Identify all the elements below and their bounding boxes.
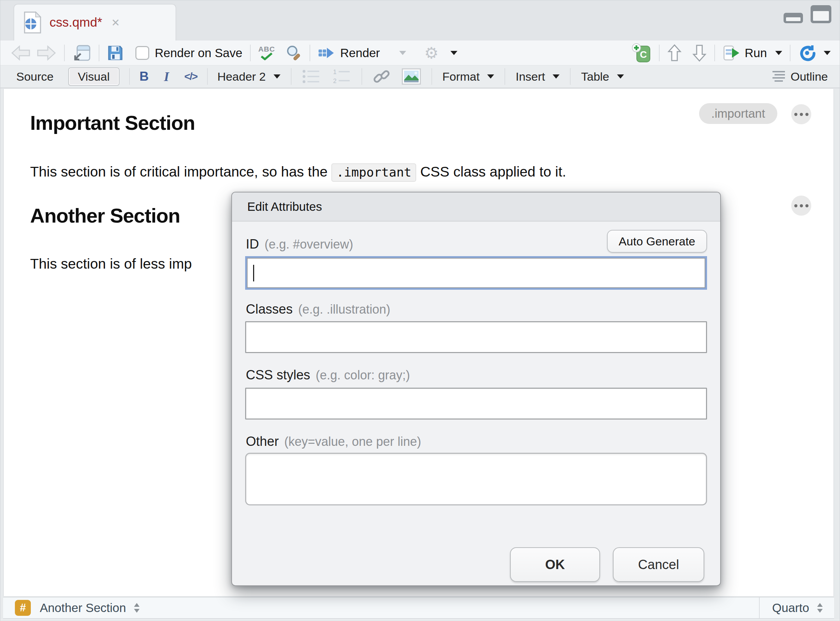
classes-field-label: Classes (e.g. .illustration) [246,302,390,317]
separator [309,45,310,61]
paragraph-another: This section is of less imp [30,254,192,273]
spellcheck-icon[interactable]: ABC [258,45,275,60]
italic-button[interactable]: I [164,69,169,84]
separator [431,68,432,85]
id-field-label: ID (e.g. #overview) [246,237,353,251]
doc-type-updown-icon [816,602,824,614]
css-styles-input[interactable] [245,388,707,420]
maximize-icon[interactable] [811,5,831,23]
cancel-button[interactable]: Cancel [613,547,704,582]
header-style-dropdown[interactable]: Header 2 [217,70,281,83]
table-dropdown-icon [617,74,624,79]
gear-icon[interactable]: ⚙ [424,45,438,61]
ok-button[interactable]: OK [510,547,600,582]
separator [790,45,790,61]
link-icon[interactable] [373,68,391,85]
run-dropdown-icon[interactable] [775,51,782,55]
format-menu[interactable]: Format [443,70,494,83]
classes-input[interactable] [245,321,707,353]
numbered-list-icon[interactable]: 1 2 [332,68,351,85]
image-icon[interactable] [402,68,421,85]
heading-hash-icon: # [15,600,31,616]
insert-menu[interactable]: Insert [516,70,559,83]
run-icon [723,45,741,61]
header-dropdown-icon [273,74,281,79]
visual-mode-button[interactable]: Visual [68,68,120,86]
render-icon [318,46,335,60]
auto-generate-button[interactable]: Auto Generate [607,230,707,253]
forward-icon[interactable] [36,45,56,61]
separator [570,68,571,85]
other-field-label: Other (key=value, one per line) [246,434,421,449]
checkbox-box[interactable] [135,46,149,60]
outline-location-updown-icon[interactable] [133,602,141,614]
tab-close-icon[interactable]: ✕ [111,17,120,29]
outline-icon [772,70,785,83]
bullet-list-icon[interactable] [302,68,321,85]
css-styles-field-label: CSS styles (e.g. color: gray;) [246,368,410,383]
table-menu-label: Table [581,70,609,83]
separator [99,45,99,61]
bold-button[interactable]: B [139,69,149,84]
rstudio-window: css.qmd* ✕ [0,0,840,621]
section-heading-another: Another Section [30,204,180,227]
separator [250,45,251,61]
separator [714,45,715,61]
svg-text:2: 2 [333,77,337,85]
search-icon[interactable] [285,44,302,62]
separator [361,68,362,85]
id-input-wrapper [245,256,707,290]
go-to-previous-section-icon[interactable] [667,44,682,62]
quarto-file-icon [23,11,42,33]
insert-menu-label: Insert [516,70,545,83]
edit-attributes-dialog: Edit Attributes ID (e.g. #overview) Auto… [231,192,721,586]
section-options-icon[interactable] [791,104,811,124]
run-label: Run [745,46,767,60]
separator [291,68,291,85]
separator [505,68,505,85]
dialog-header[interactable]: Edit Attributes [232,192,720,221]
header-style-label: Header 2 [217,70,266,83]
paragraph-important: This section is of critical importance, … [30,162,566,182]
run-button[interactable]: Run [723,45,782,61]
sync-dropdown-icon[interactable] [824,51,831,55]
minimize-icon[interactable] [784,13,803,23]
css-class-badge: .important [699,103,777,124]
separator [659,45,660,61]
status-bar: # Another Section Quarto [3,597,834,619]
render-dropdown-icon[interactable] [399,51,406,55]
go-to-next-section-icon[interactable] [692,44,707,62]
source-sync-icon[interactable] [798,44,816,62]
gear-dropdown-icon[interactable] [450,51,457,55]
outline-location-label[interactable]: Another Section [40,601,126,615]
window-bottom-edge [0,619,840,621]
insert-chunk-icon[interactable]: C [631,42,651,64]
svg-text:1: 1 [333,68,337,76]
separator [129,68,130,85]
inline-code: .important [331,164,416,182]
section-options-icon[interactable] [791,195,811,216]
outline-label: Outline [790,70,828,83]
tab-css-qmd[interactable]: css.qmd* ✕ [14,4,176,41]
inline-code-button[interactable]: </> [184,71,197,82]
table-menu[interactable]: Table [581,70,623,83]
other-input[interactable] [245,453,707,505]
render-button[interactable]: Render [318,46,380,60]
save-icon[interactable] [107,45,124,61]
doc-type-label: Quarto [772,601,809,615]
text-cursor [253,265,254,282]
outline-toggle[interactable]: Outline [772,70,828,83]
source-mode-button[interactable]: Source [16,70,54,83]
back-icon[interactable] [11,45,31,61]
render-on-save-checkbox[interactable] [135,46,149,60]
insert-dropdown-icon [553,74,559,79]
main-toolbar: Render on Save ABC Render [0,41,840,65]
render-on-save-label[interactable]: Render on Save [155,46,243,60]
open-in-new-window-icon[interactable] [72,44,91,62]
render-label: Render [340,46,380,60]
separator [64,45,65,61]
separator [207,68,208,85]
doc-type-selector[interactable]: Quarto [759,597,834,618]
id-input[interactable] [247,259,705,287]
format-dropdown-icon [487,74,494,79]
